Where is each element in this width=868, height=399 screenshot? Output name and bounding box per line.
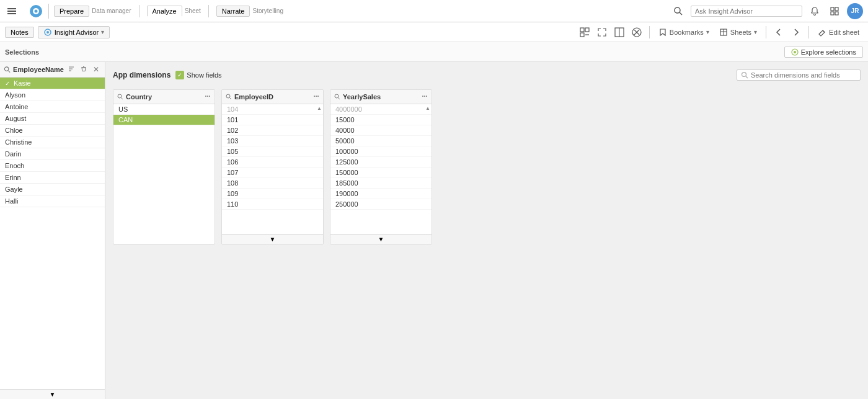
insight-icon xyxy=(43,28,52,37)
empid-row-110[interactable]: 110 xyxy=(222,199,323,210)
empid-row-109[interactable]: 109 xyxy=(222,189,323,199)
data-manager-label: Data manager xyxy=(92,7,131,14)
empid-row-105[interactable]: 105 xyxy=(222,146,323,157)
ys-row-40000[interactable]: 40000 xyxy=(330,125,432,136)
hamburger-menu[interactable] xyxy=(5,6,19,17)
employee-name-title: EmployeeName xyxy=(13,66,64,73)
smart-select-icon xyxy=(579,27,590,38)
explore-selections-btn[interactable]: Explore selections xyxy=(784,47,863,58)
ys-row-125000[interactable]: 125000 xyxy=(330,157,432,168)
search-small-icon xyxy=(4,66,11,73)
expand-icon-btn[interactable] xyxy=(595,25,609,40)
search-yearlysales-icon xyxy=(334,94,340,100)
sel-item-kasie[interactable]: ✓ Kasie xyxy=(0,78,105,89)
ys-row-50000[interactable]: 50000 xyxy=(330,136,432,146)
employee-id-card-header: EmployeeID xyxy=(222,90,323,104)
empid-scroll-down[interactable]: ▼ xyxy=(222,234,323,244)
back-icon-btn[interactable] xyxy=(771,25,786,40)
prepare-tab[interactable]: Prepare xyxy=(54,6,89,17)
divider2 xyxy=(208,5,209,17)
svg-line-34 xyxy=(746,76,748,78)
country-options-icon[interactable] xyxy=(205,92,211,101)
empid-row-102[interactable]: 102 xyxy=(222,125,323,136)
yearly-sales-options-icon[interactable] xyxy=(422,92,428,101)
ys-row-150000[interactable]: 150000 xyxy=(330,168,432,178)
grid-icon xyxy=(830,6,839,16)
svg-rect-8 xyxy=(835,12,838,15)
storytelling-label: Storytelling xyxy=(252,7,283,14)
ask-insight-input[interactable] xyxy=(691,6,802,17)
employee-name-header: EmployeeName ✕ xyxy=(0,62,105,78)
sel-item-chloe[interactable]: Chloe xyxy=(0,125,105,137)
dimensions-area: App dimensions ✓ Show fields xyxy=(105,62,868,399)
edit-sheet-btn[interactable]: Edit sheet xyxy=(814,25,863,40)
forward-icon-btn[interactable] xyxy=(789,25,804,40)
fit-icon-btn[interactable] xyxy=(612,25,627,40)
smart-select-icon-btn[interactable] xyxy=(577,25,592,40)
sel-item-gayle[interactable]: Gayle xyxy=(0,184,105,195)
empid-row-101[interactable]: 101 xyxy=(222,115,323,125)
ys-row-250000[interactable]: 250000 xyxy=(330,199,432,210)
user-avatar[interactable]: JR xyxy=(847,3,863,19)
ys-row-15000[interactable]: 15000 xyxy=(330,115,432,125)
ys-row-185000[interactable]: 185000 xyxy=(330,178,432,189)
sel-item-darin[interactable]: Darin xyxy=(0,148,105,160)
svg-point-3 xyxy=(675,7,680,13)
narrate-tab[interactable]: Narrate xyxy=(216,6,250,17)
employee-id-scroll-area: ▲ 104 101 102 103 105 106 107 108 109 11… xyxy=(222,104,323,234)
sel-item-erinn[interactable]: Erinn xyxy=(0,172,105,184)
analyze-tab[interactable]: Analyze xyxy=(147,6,182,17)
chevron-down-icon: ▾ xyxy=(101,29,104,35)
show-fields-label: Show fields xyxy=(187,71,221,79)
delete-icon-btn[interactable] xyxy=(79,65,89,74)
svg-line-36 xyxy=(122,98,123,100)
sel-item-enoch[interactable]: Enoch xyxy=(0,160,105,172)
show-fields-toggle[interactable]: ✓ Show fields xyxy=(175,71,221,79)
ys-row-4000000[interactable]: 4000000 xyxy=(330,104,432,115)
empid-row-103[interactable]: 103 xyxy=(222,136,323,146)
explore-label: Explore selections xyxy=(801,48,856,56)
selections-bar: Selections Explore selections xyxy=(0,42,868,62)
forward-icon xyxy=(792,28,800,37)
country-row-can[interactable]: CAN xyxy=(113,115,215,125)
empid-row-108[interactable]: 108 xyxy=(222,178,323,189)
narrate-section: Narrate Storytelling xyxy=(216,6,283,17)
grid-icon-btn[interactable] xyxy=(827,4,842,19)
bookmarks-btn[interactable]: Bookmarks ▾ xyxy=(655,25,713,40)
empid-row-106[interactable]: 106 xyxy=(222,157,323,168)
employee-id-options-icon[interactable] xyxy=(313,92,319,101)
sheets-label: Sheets xyxy=(730,29,751,36)
sel-item-august[interactable]: August xyxy=(0,113,105,125)
insight-advisor-btn[interactable]: Insight Advisor ▾ xyxy=(38,26,110,38)
country-row-us[interactable]: US xyxy=(113,104,215,115)
sel-item-antoine[interactable]: Antoine xyxy=(0,101,105,113)
app-logo xyxy=(24,4,49,19)
fit-icon xyxy=(614,27,625,38)
close-icon-btn[interactable]: ✕ xyxy=(91,65,101,74)
ys-row-100000[interactable]: 100000 xyxy=(330,146,432,157)
scroll-down-arrow[interactable]: ▼ xyxy=(0,389,105,399)
ellipsis3-icon xyxy=(422,93,428,99)
notes-btn[interactable]: Notes xyxy=(5,27,34,38)
svg-point-37 xyxy=(205,96,206,97)
clear-icon-btn[interactable] xyxy=(629,25,644,40)
ys-scroll-down[interactable]: ▼ xyxy=(330,234,432,244)
search-dimensions-input[interactable] xyxy=(751,71,856,79)
employee-id-title: EmployeeID xyxy=(234,93,311,101)
empid-row-107[interactable]: 107 xyxy=(222,168,323,178)
sheets-btn[interactable]: Sheets ▾ xyxy=(715,25,761,40)
sel-item-alyson[interactable]: Alyson xyxy=(0,89,105,101)
svg-point-48 xyxy=(424,96,425,97)
edit-sheet-label: Edit sheet xyxy=(829,29,859,36)
svg-point-38 xyxy=(207,96,208,97)
sort-icon-btn[interactable] xyxy=(66,65,76,74)
sel-item-halli[interactable]: Halli xyxy=(0,195,105,207)
ys-row-190000[interactable]: 190000 xyxy=(330,189,432,199)
search-icon-btn[interactable] xyxy=(671,4,686,19)
sheets-icon xyxy=(719,28,728,37)
empid-row-104[interactable]: 104 xyxy=(222,104,323,115)
sel-item-christine[interactable]: Christine xyxy=(0,137,105,148)
search-dimensions-container xyxy=(737,69,861,81)
notifications-icon-btn[interactable] xyxy=(807,4,822,19)
prepare-section: Prepare Data manager xyxy=(54,6,131,17)
